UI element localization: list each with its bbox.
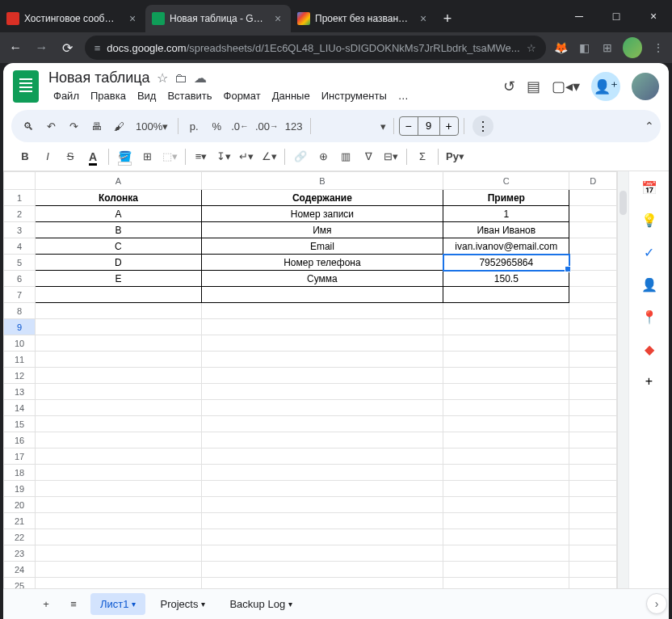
cell[interactable]: [201, 335, 443, 352]
cell[interactable]: [569, 222, 617, 238]
cell[interactable]: 150.5: [443, 271, 569, 287]
browser-tab-2[interactable]: Проект без названия - Ре×: [291, 5, 436, 32]
rotate-button[interactable]: ∠▾: [258, 145, 279, 168]
extension-metamask-icon[interactable]: 🦊: [554, 40, 569, 56]
back-button[interactable]: ←: [6, 40, 24, 55]
browser-menu-icon[interactable]: ⋮: [650, 40, 666, 56]
add-sheet-button[interactable]: +: [36, 593, 57, 616]
cell[interactable]: [36, 513, 202, 529]
search-icon[interactable]: 🔍︎: [18, 115, 39, 137]
cell[interactable]: 1: [443, 206, 569, 222]
functions-button[interactable]: Σ: [412, 145, 433, 168]
star-icon[interactable]: ☆: [527, 42, 536, 54]
row-header[interactable]: 6: [4, 271, 36, 287]
menu-format[interactable]: Формат: [219, 88, 266, 103]
row-header[interactable]: 4: [4, 238, 36, 255]
chart-button[interactable]: ▥: [335, 145, 356, 168]
font-size-value[interactable]: 9: [418, 117, 440, 135]
comment-icon[interactable]: ▤: [527, 78, 540, 95]
cell[interactable]: [569, 384, 617, 400]
cell[interactable]: D: [36, 255, 202, 271]
cell[interactable]: [36, 578, 202, 589]
cell[interactable]: [36, 335, 202, 352]
row-header[interactable]: 19: [4, 481, 36, 497]
vertical-scrollbar[interactable]: [617, 171, 628, 588]
redo-icon[interactable]: ↷: [63, 115, 84, 137]
cell[interactable]: [569, 416, 617, 432]
cell[interactable]: Имя: [201, 222, 443, 238]
meet-icon[interactable]: ▢◂▾: [552, 78, 580, 95]
cell[interactable]: [36, 545, 202, 562]
cell[interactable]: Содержание: [201, 190, 443, 206]
cell[interactable]: Email: [201, 238, 443, 255]
addon-icon[interactable]: ◆: [641, 341, 657, 357]
cell[interactable]: [569, 465, 617, 481]
close-icon[interactable]: ×: [417, 12, 430, 25]
add-addon-icon[interactable]: +: [641, 373, 657, 390]
currency-button[interactable]: р.: [183, 115, 204, 137]
url-input[interactable]: ≡ docs.google.com/spreadsheets/d/1Ec6QL4…: [85, 36, 546, 60]
cell[interactable]: [201, 513, 443, 529]
cell[interactable]: A: [36, 206, 202, 222]
row-header[interactable]: 8: [4, 303, 36, 319]
cell[interactable]: Номер телефона: [201, 255, 443, 271]
bold-button[interactable]: B: [15, 145, 36, 168]
cell[interactable]: [201, 529, 443, 545]
all-sheets-button[interactable]: ≡: [63, 593, 84, 616]
row-header[interactable]: 18: [4, 465, 36, 481]
print-icon[interactable]: 🖶: [86, 115, 107, 137]
collapse-toolbar-icon[interactable]: ⌃: [645, 120, 654, 133]
row-header[interactable]: 11: [4, 352, 36, 368]
halign-button[interactable]: ≡▾: [191, 145, 212, 168]
close-icon[interactable]: ×: [126, 12, 139, 25]
row-header[interactable]: 25: [4, 578, 36, 589]
text-color-button[interactable]: A: [82, 145, 103, 168]
cell[interactable]: [569, 287, 617, 303]
undo-icon[interactable]: ↶: [40, 115, 61, 137]
cell[interactable]: [36, 448, 202, 465]
side-panel-toggle[interactable]: ›: [646, 593, 667, 614]
browser-tab-1[interactable]: Новая таблица - Google Т×: [145, 5, 291, 32]
cell[interactable]: [443, 400, 569, 416]
cell[interactable]: [36, 303, 202, 319]
decrease-decimal-button[interactable]: .0←: [229, 115, 251, 137]
cell[interactable]: Сумма: [201, 271, 443, 287]
row-header[interactable]: 20: [4, 497, 36, 513]
cell[interactable]: B: [36, 222, 202, 238]
cell[interactable]: [201, 481, 443, 497]
font-select[interactable]: ▾: [316, 115, 388, 137]
cell[interactable]: Колонка: [36, 190, 202, 206]
cell[interactable]: [201, 400, 443, 416]
link-button[interactable]: 🔗: [290, 145, 311, 168]
wrap-button[interactable]: ↵▾: [236, 145, 257, 168]
row-header[interactable]: 21: [4, 513, 36, 529]
valign-button[interactable]: ↧▾: [213, 145, 234, 168]
cell[interactable]: [443, 368, 569, 384]
cell[interactable]: [443, 303, 569, 319]
sheet-tab[interactable]: Projects ▾: [150, 593, 215, 615]
row-header[interactable]: 7: [4, 287, 36, 303]
cell[interactable]: [201, 287, 443, 303]
row-header[interactable]: 14: [4, 400, 36, 416]
cell[interactable]: [201, 562, 443, 578]
menu-file[interactable]: Файл: [48, 88, 84, 103]
menu-edit[interactable]: Правка: [86, 88, 131, 103]
cell[interactable]: [569, 335, 617, 352]
account-avatar[interactable]: [632, 73, 659, 100]
sheet-tab[interactable]: Лист1 ▾: [90, 593, 145, 615]
cell[interactable]: [443, 335, 569, 352]
browser-tab-0[interactable]: Хостинговое сообщество×: [0, 5, 145, 32]
cell[interactable]: [569, 255, 617, 271]
row-header[interactable]: 22: [4, 529, 36, 545]
cell[interactable]: [569, 368, 617, 384]
increase-decimal-button[interactable]: .00→: [253, 115, 281, 137]
italic-button[interactable]: I: [37, 145, 58, 168]
row-header[interactable]: 17: [4, 448, 36, 465]
cell[interactable]: [36, 432, 202, 448]
cell[interactable]: [443, 513, 569, 529]
row-header[interactable]: 15: [4, 416, 36, 432]
cell[interactable]: [36, 529, 202, 545]
cell[interactable]: Номер записи: [201, 206, 443, 222]
number-format-button[interactable]: 123: [283, 115, 305, 137]
minimize-button[interactable]: ─: [561, 0, 598, 32]
